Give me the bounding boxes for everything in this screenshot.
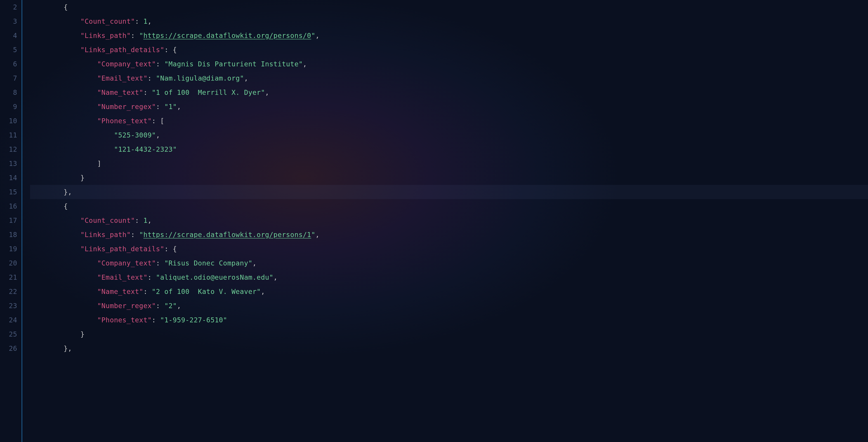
val-phone-1: "121-4432-2323" [114,145,177,153]
line-number: 13 [3,157,17,171]
line-number: 26 [3,341,17,355]
code-line[interactable]: "Email_text": "aliquet.odio@euerosNam.ed… [30,270,868,284]
key-email: "Email_text" [97,74,148,82]
val-phones: "1-959-227-6510" [160,316,227,324]
val-phone-0: "525-3009" [114,131,156,139]
key-details: "Links_path_details" [81,245,164,253]
line-number: 24 [3,313,17,327]
brace-close: } [64,188,68,196]
bracket-open: [ [160,117,164,125]
code-line[interactable]: "Links_path_details": { [30,242,868,256]
code-line[interactable]: "Email_text": "Nam.ligula@diam.org", [30,71,868,85]
brace-close: } [64,344,68,352]
brace-open: { [173,46,177,54]
key-phones: "Phones_text" [97,117,152,125]
key-phones: "Phones_text" [97,316,152,324]
code-line[interactable]: "525-3009", [30,128,868,142]
line-number: 19 [3,242,17,256]
line-number: 11 [3,128,17,142]
line-number: 7 [3,71,17,85]
key-number: "Number_regex" [97,302,156,310]
line-number: 3 [3,14,17,28]
line-number: 4 [3,28,17,43]
val-email: "aliquet.odio@euerosNam.edu" [156,273,274,281]
line-number: 23 [3,299,17,313]
brace-open: { [173,245,177,253]
code-line[interactable]: "Company_text": "Risus Donec Company", [30,256,868,270]
line-number: 12 [3,142,17,157]
val-links: https://scrape.dataflowkit.org/persons/1 [143,231,311,239]
code-line[interactable]: "Count_count": 1, [30,14,868,28]
code-line[interactable]: "Name_text": "1 of 100 Merrill X. Dyer", [30,85,868,100]
code-line[interactable]: "Links_path": "https://scrape.dataflowki… [30,228,868,242]
code-line[interactable]: "Phones_text": [ [30,114,868,128]
code-line[interactable]: { [30,199,868,213]
line-number: 21 [3,270,17,284]
key-number: "Number_regex" [97,103,156,111]
code-line[interactable]: { [30,0,868,14]
code-line[interactable]: "Count_count": 1, [30,213,868,228]
key-name: "Name_text" [97,287,143,296]
brace-close: } [81,330,85,338]
line-number: 10 [3,114,17,128]
val-company: "Magnis Dis Parturient Institute" [164,60,303,68]
line-number: 22 [3,284,17,299]
val-count: 1 [143,18,148,25]
line-number: 16 [3,199,17,213]
code-line[interactable]: }, [30,341,868,355]
line-number: 25 [3,327,17,341]
key-company: "Company_text" [97,259,156,267]
line-number: 9 [3,100,17,114]
code-line[interactable]: }, [30,185,868,199]
line-number: 2 [3,0,17,14]
line-number: 15 [3,185,17,199]
val-count: 1 [143,216,148,225]
brace-open: { [64,3,68,11]
line-number: 5 [3,43,17,57]
code-editor[interactable]: 2345678910111213141516171819202122232425… [0,0,868,442]
key-email: "Email_text" [97,273,148,281]
key-links: "Links_path" [81,231,131,239]
code-line[interactable]: "Links_path_details": { [30,43,868,57]
code-line[interactable]: "Number_regex": "2", [30,299,868,313]
code-line[interactable]: } [30,327,868,341]
line-number: 8 [3,85,17,100]
val-name: "2 of 100 Kato V. Weaver" [152,287,261,296]
val-company: "Risus Donec Company" [164,259,252,267]
key-count: "Count_count" [81,216,135,225]
code-line[interactable]: } [30,171,868,185]
line-number-gutter: 2345678910111213141516171819202122232425… [0,0,22,442]
val-number: "2" [164,302,177,310]
code-line[interactable]: "Phones_text": "1-959-227-6510" [30,313,868,327]
bracket-close: ] [97,160,101,168]
code-line[interactable]: "Name_text": "2 of 100 Kato V. Weaver", [30,284,868,299]
key-count: "Count_count" [81,18,135,25]
line-number: 6 [3,57,17,71]
brace-close: } [81,174,85,182]
brace-open: { [64,202,68,210]
key-details: "Links_path_details" [81,46,164,54]
key-name: "Name_text" [97,89,143,96]
code-area[interactable]: { "Count_count": 1, "Links_path": "https… [22,0,868,442]
code-line[interactable]: "121-4432-2323" [30,142,868,157]
line-number: 20 [3,256,17,270]
val-email: "Nam.ligula@diam.org" [156,74,244,82]
key-links: "Links_path" [81,32,131,39]
code-line[interactable]: "Company_text": "Magnis Dis Parturient I… [30,57,868,71]
code-line[interactable]: "Links_path": "https://scrape.dataflowki… [30,28,868,43]
line-number: 14 [3,171,17,185]
code-line[interactable]: ] [30,157,868,171]
code-line[interactable]: "Number_regex": "1", [30,100,868,114]
val-number: "1" [164,103,177,111]
key-company: "Company_text" [97,60,156,68]
line-number: 17 [3,213,17,228]
val-name: "1 of 100 Merrill X. Dyer" [152,89,265,96]
val-links: https://scrape.dataflowkit.org/persons/0 [143,32,311,39]
line-number: 18 [3,228,17,242]
